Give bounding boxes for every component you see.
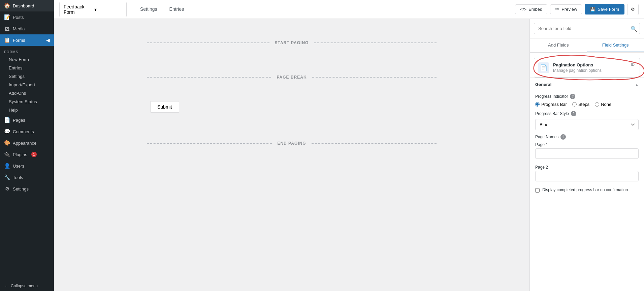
appearance-icon: 🎨 — [4, 140, 10, 146]
sidebar: 🏠 Dashboard 📝 Posts 🖼 Media 📋 Forms ◀ Fo… — [0, 0, 54, 291]
progress-bar-style-help[interactable]: ? — [571, 111, 576, 116]
tab-field-settings[interactable]: Field Settings — [587, 38, 644, 52]
page1-input[interactable] — [535, 148, 639, 159]
end-paging-divider: END PAGING — [147, 140, 437, 147]
content-area: START PAGING PAGE BREAK Submit END PAGIN… — [54, 19, 644, 291]
page-break-line-left — [147, 77, 271, 78]
pagination-card-icon: 📄 — [538, 62, 549, 73]
nav-item-settings[interactable]: Settings — [135, 4, 163, 15]
pagination-title: Pagination Options — [553, 62, 602, 67]
sidebar-item-plugins[interactable]: 🔌 Plugins 1 — [0, 149, 54, 160]
topbar-nav: Settings Entries — [135, 4, 189, 15]
page-break-divider: PAGE BREAK — [147, 74, 437, 81]
save-form-button[interactable]: 💾 Save Form — [585, 4, 624, 14]
sidebar-item-settings-main[interactable]: ⚙ Settings — [0, 183, 54, 195]
preview-button[interactable]: 👁 Preview — [550, 4, 582, 14]
topbar-settings-icon[interactable]: ⚙ — [627, 4, 639, 15]
radio-steps[interactable]: Steps — [572, 102, 589, 107]
progress-indicator-label: Progress Indicator ? — [535, 94, 639, 99]
tab-add-fields[interactable]: Add Fields — [530, 38, 587, 52]
sidebar-item-dashboard[interactable]: 🏠 Dashboard — [0, 0, 54, 11]
right-panel: 🔍 Add Fields Field Settings 📄 Pagination… — [529, 19, 644, 291]
progress-bar-style-label: Progress Bar Style ? — [535, 111, 639, 116]
pagination-card-wrapper: 📄 Pagination Options Manage pagination o… — [534, 58, 640, 78]
page2-input[interactable] — [535, 171, 639, 181]
page-names-help[interactable]: ? — [560, 134, 566, 140]
progress-indicator-radio-group: Progress Bar Steps None — [535, 102, 639, 107]
page-break-label: PAGE BREAK — [271, 74, 312, 81]
embed-code-icon: </> — [520, 7, 526, 12]
display-completed-wrap: Display completed progress bar on confir… — [535, 187, 639, 193]
gear-icon: ⚙ — [631, 7, 635, 12]
pages-icon: 📄 — [4, 117, 10, 123]
start-paging-label: START PAGING — [269, 39, 314, 47]
radio-progress-bar[interactable]: Progress Bar — [535, 102, 567, 107]
save-icon: 💾 — [590, 7, 595, 12]
tools-icon: 🔧 — [4, 174, 10, 180]
general-collapse-arrow: ▲ — [635, 83, 639, 87]
users-icon: 👤 — [4, 163, 10, 169]
pagination-description: Manage pagination options — [553, 68, 602, 73]
sidebar-item-forms[interactable]: 📋 Forms ◀ — [0, 34, 54, 46]
sidebar-item-tools[interactable]: 🔧 Tools — [0, 172, 54, 183]
general-section-header[interactable]: General ▲ — [530, 78, 644, 91]
topbar-right: </> Embed 👁 Preview 💾 Save Form ⚙ — [515, 4, 639, 15]
form-selector-chevron: ▾ — [94, 7, 122, 12]
end-paging-line-left — [147, 143, 272, 144]
forms-icon: 📋 — [4, 37, 10, 43]
embed-button[interactable]: </> Embed — [515, 4, 547, 14]
sidebar-subitem-import-export[interactable]: Import/Export — [0, 81, 54, 89]
nav-item-entries[interactable]: Entries — [164, 4, 190, 15]
pagination-card[interactable]: 📄 Pagination Options Manage pagination o… — [534, 58, 640, 78]
sidebar-item-media[interactable]: 🖼 Media — [0, 23, 54, 34]
plugins-badge: 1 — [31, 152, 37, 157]
sidebar-item-pages[interactable]: 📄 Pages — [0, 114, 54, 126]
sidebar-subitem-entries[interactable]: Entries — [0, 64, 54, 72]
general-section-label: General — [535, 82, 551, 87]
topbar: Feedback Form ▾ Settings Entries </> Emb… — [54, 0, 644, 19]
progress-bar-style-select[interactable]: Blue Green Grey Orange Red — [535, 119, 639, 130]
general-section-body: Progress Indicator ? Progress Bar Steps … — [530, 91, 644, 198]
posts-icon: 📝 — [4, 14, 10, 20]
page2-label: Page 2 — [535, 165, 639, 170]
media-icon: 🖼 — [4, 26, 10, 32]
progress-indicator-help[interactable]: ? — [570, 94, 575, 99]
dashboard-icon: 🏠 — [4, 3, 10, 9]
submit-button[interactable]: Submit — [150, 101, 179, 113]
page-break-line-right — [312, 77, 437, 78]
sidebar-subitem-new-form[interactable]: New Form — [0, 55, 54, 64]
page-names-label: Page Names ? — [535, 134, 639, 140]
plugins-icon: 🔌 — [4, 151, 10, 157]
form-name: Feedback Form — [64, 4, 92, 15]
pagination-text: Pagination Options Manage pagination opt… — [553, 62, 602, 73]
start-paging-divider: START PAGING — [147, 39, 437, 47]
start-paging-line-right — [314, 42, 437, 43]
form-selector[interactable]: Feedback Form ▾ — [59, 2, 127, 17]
start-paging-line-left — [147, 42, 269, 43]
end-paging-label: END PAGING — [272, 140, 311, 147]
sidebar-item-users[interactable]: 👤 Users — [0, 160, 54, 172]
sidebar-subitem-settings[interactable]: Settings — [0, 72, 54, 81]
collapse-menu-button[interactable]: ← Collapse menu — [0, 281, 54, 291]
sidebar-subitem-add-ons[interactable]: Add-Ons — [0, 89, 54, 97]
search-button[interactable]: 🔍 — [631, 25, 637, 32]
sidebar-subitem-system-status[interactable]: System Status — [0, 97, 54, 106]
page1-label: Page 1 — [535, 142, 639, 147]
collapse-icon: ← — [4, 284, 8, 288]
radio-none[interactable]: None — [595, 102, 611, 107]
form-canvas: START PAGING PAGE BREAK Submit END PAGIN… — [54, 19, 529, 291]
end-paging-line-right — [312, 143, 437, 144]
sidebar-item-appearance[interactable]: 🎨 Appearance — [0, 137, 54, 149]
sidebar-item-comments[interactable]: 💬 Comments — [0, 126, 54, 137]
sidebar-item-posts[interactable]: 📝 Posts — [0, 11, 54, 23]
search-field-input[interactable] — [534, 23, 640, 34]
sidebar-subitem-help[interactable]: Help — [0, 106, 54, 114]
panel-tabs: Add Fields Field Settings — [530, 38, 644, 53]
pagination-id: ID: — [631, 62, 636, 66]
search-field-wrap: 🔍 — [530, 19, 644, 38]
main-area: Feedback Form ▾ Settings Entries </> Emb… — [54, 0, 644, 291]
settings-main-icon: ⚙ — [4, 186, 10, 192]
display-completed-checkbox[interactable] — [535, 188, 540, 193]
comments-icon: 💬 — [4, 128, 10, 135]
display-completed-label: Display completed progress bar on confir… — [542, 187, 628, 192]
